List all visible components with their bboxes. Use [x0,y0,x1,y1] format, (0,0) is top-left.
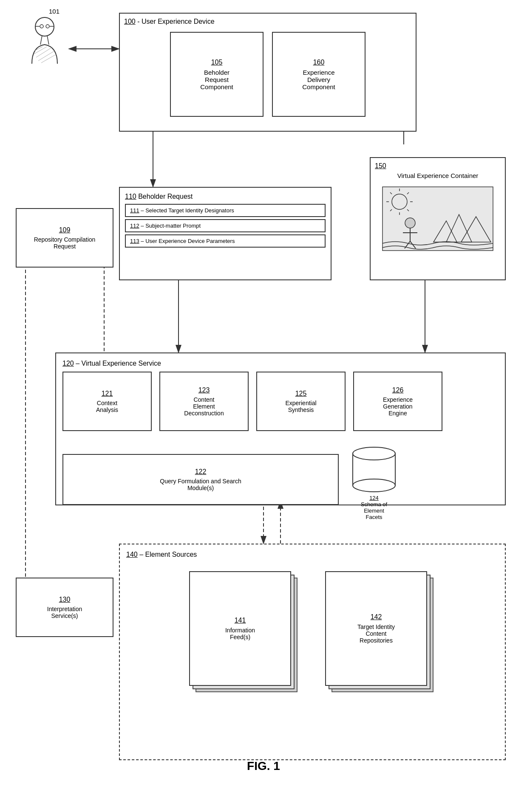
edc-label: 160 [313,59,325,66]
rcr-title: Repository Compilation Request [34,236,96,250]
svg-line-22 [40,36,42,45]
svg-line-23 [47,36,49,45]
br-item3-box: 113 – User Experience Device Parameters [125,234,326,248]
svg-point-17 [35,17,54,36]
edc-title: Experience Delivery Component [302,69,335,90]
br-item3-label: 113 [130,238,139,244]
if-title: Information Feed(s) [225,627,255,640]
sef-label: 124 [369,495,379,501]
ued-title: User Experience Device [142,18,215,25]
person-icon [23,15,66,66]
ticr-stack: 142 Target Identity Content Repositories [325,571,436,716]
br-item1-dash: – [141,207,145,214]
svg-line-26 [36,48,51,57]
ced-label: 123 [198,386,210,394]
if-label: 141 [235,617,246,624]
es-sources-box: 140 – Element Sources 141 Information Fe… [119,544,506,760]
ticr-title: Target Identity Content Repositories [357,623,395,644]
br-box: 110 Beholder Request 111 – Selected Targ… [119,187,332,280]
svg-point-19 [46,25,49,28]
ued-title-dash: - [137,18,142,25]
br-item1-box: 111 – Selected Target Identity Designato… [125,204,326,217]
brc-box: 105 Beholder Request Component [170,32,264,117]
ege-title: Experience Generation Engine [383,396,413,417]
br-item2-text: Subject-matter Prompt [145,223,201,229]
ege-label: 126 [392,386,404,394]
vec-title: Virtual Experience Container [375,172,501,179]
br-item1-text: Selected Target Identity Designators [145,207,234,214]
ticr-label: 142 [371,613,382,620]
person-label: 101 [49,8,60,15]
if-stack: 141 Information Feed(s) [189,571,300,716]
is-title: Interpretation Service(s) [47,606,82,619]
es-label: 125 [295,390,307,397]
qfsm-title: Query Formulation and Search Module(s) [160,478,241,491]
svg-point-42 [405,218,415,228]
rcr-box: 109 Repository Compilation Request [16,208,113,268]
es-sources-label: 140 [126,551,138,558]
es-box: 125 Experiential Synthesis [256,372,346,431]
sef-title: Schema of Element Facets [361,501,387,520]
ves-box: 120 – Virtual Experience Service 121 Con… [55,352,506,505]
vec-illustration [378,183,497,255]
svg-rect-29 [382,187,493,251]
ves-title: Virtual Experience Service [82,360,161,367]
ued-box: 100 - User Experience Device 105 Beholde… [119,13,416,132]
ca-label: 121 [102,390,113,397]
svg-line-28 [41,54,56,63]
ves-dash: – [76,360,81,367]
qfsm-label: 122 [195,468,207,475]
ued-label: 100 [124,18,136,25]
brc-title: Beholder Request Component [200,69,233,90]
diagram-container: 101 100 - User Experience Device 105 [0,0,527,786]
is-box: 130 Interpretation Service(s) [16,578,113,637]
ced-box: 123 Content Element Deconstruction [159,372,249,431]
br-title-text: Beholder Request [138,193,193,200]
br-item2-box: 112 – Subject-matter Prompt [125,219,326,232]
vec-box: 150 Virtual Experience Container [370,157,506,280]
br-item2-dash: – [141,223,145,229]
svg-point-18 [40,25,43,28]
br-item3-text: User Experience Device Parameters [145,238,235,244]
sef-container: 124 Schema of Element Facets [346,439,402,520]
svg-point-49 [353,479,395,492]
es-sources-dash: – [139,551,145,558]
rcr-label: 109 [59,226,71,234]
vec-label: 150 [375,162,386,169]
edc-box: 160 Experience Delivery Component [272,32,366,117]
br-item3-dash: – [141,238,145,244]
brc-label: 105 [211,59,223,66]
is-label: 130 [59,596,71,603]
es-sources-title: Element Sources [145,551,197,558]
ca-title: Context Analysis [96,400,118,413]
br-item1-label: 111 [130,207,139,214]
ced-title: Content Element Deconstruction [184,396,224,417]
br-label: 110 [125,193,136,200]
ege-box: 126 Experience Generation Engine [353,372,442,431]
svg-line-27 [38,51,54,61]
br-item2-label: 112 [130,223,139,229]
fig-label: FIG. 1 [247,759,280,773]
ca-box: 121 Context Analysis [62,372,152,431]
svg-point-48 [353,447,395,460]
sef-cylinder [346,439,402,494]
qfsm-box: 122 Query Formulation and Search Module(… [62,454,339,505]
ves-label: 120 [62,360,74,367]
es-title: Experiential Synthesis [285,400,316,413]
